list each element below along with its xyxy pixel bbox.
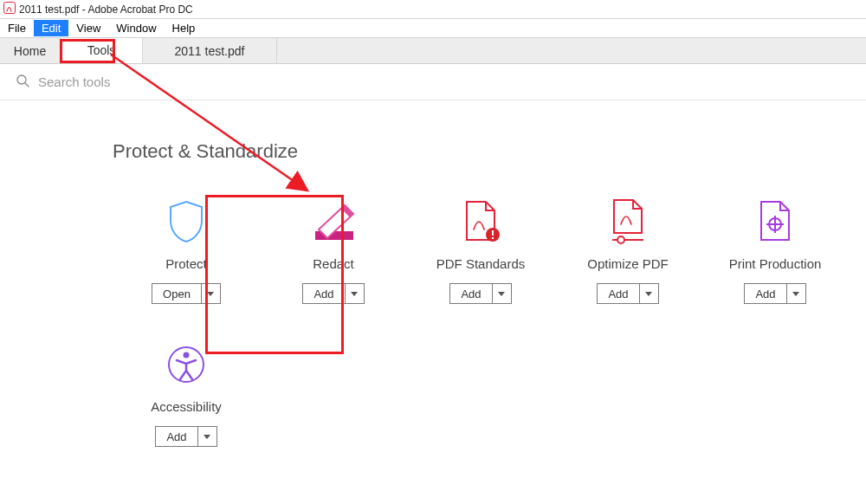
tabs-row: Home Tools 2011 test.pdf: [0, 38, 866, 64]
menu-help[interactable]: Help: [165, 20, 204, 36]
search-row: [0, 64, 866, 100]
svg-point-1: [17, 75, 26, 84]
protect-icon: [167, 196, 205, 248]
accessibility-icon: [166, 339, 206, 391]
menu-view[interactable]: View: [68, 20, 108, 36]
tool-protect-button[interactable]: Open: [152, 283, 202, 304]
tool-pdfstandards: PDF Standards Add: [407, 196, 554, 304]
svg-rect-5: [492, 230, 494, 236]
tool-redact-label: Redact: [313, 256, 354, 271]
tool-redact-button[interactable]: Add: [302, 283, 345, 304]
tool-optimize-dropdown[interactable]: [640, 283, 659, 304]
tab-home[interactable]: Home: [0, 38, 61, 63]
svg-rect-6: [492, 237, 494, 239]
tool-pdfstandards-button[interactable]: Add: [449, 283, 492, 304]
section-title: Protect & Standardize: [113, 140, 866, 163]
tool-pdfstandards-label: PDF Standards: [436, 256, 526, 271]
redact-icon: [310, 196, 357, 248]
tool-accessibility-button[interactable]: Add: [155, 426, 197, 447]
svg-point-13: [184, 352, 190, 359]
svg-line-2: [25, 83, 29, 87]
tool-printprod-label: Print Production: [729, 256, 822, 271]
tab-tools[interactable]: Tools: [61, 38, 143, 63]
chevron-down-icon: [204, 435, 210, 439]
tool-accessibility: Accessibility Add: [113, 339, 260, 447]
tool-redact-dropdown[interactable]: [346, 283, 365, 304]
acrobat-icon: [3, 2, 16, 16]
chevron-down-icon: [645, 292, 652, 296]
optimize-icon: [607, 196, 649, 248]
chevron-down-icon: [498, 292, 505, 296]
search-icon: [16, 74, 29, 91]
tool-protect: Protect Open: [113, 196, 260, 304]
main-content: Protect & Standardize Protect Open: [0, 100, 866, 481]
title-bar: 2011 test.pdf - Adobe Acrobat Pro DC: [0, 0, 866, 19]
menu-edit[interactable]: Edit: [34, 20, 68, 36]
tool-redact: Redact Add: [260, 196, 407, 304]
svg-point-8: [617, 236, 624, 243]
menu-bar: File Edit View Window Help: [0, 19, 866, 38]
chevron-down-icon: [792, 292, 799, 296]
tool-optimize-button[interactable]: Add: [597, 283, 639, 304]
chevron-down-icon: [351, 292, 358, 296]
tool-pdfstandards-dropdown[interactable]: [493, 283, 512, 304]
menu-file[interactable]: File: [0, 20, 34, 36]
tool-accessibility-label: Accessibility: [151, 399, 222, 414]
search-input[interactable]: [38, 74, 298, 89]
window-title: 2011 test.pdf - Adobe Acrobat Pro DC: [19, 3, 193, 16]
pdfstandards-icon: [460, 196, 501, 248]
tab-document[interactable]: 2011 test.pdf: [143, 38, 277, 63]
tool-optimize-label: Optimize PDF: [587, 256, 668, 271]
tool-accessibility-dropdown[interactable]: [198, 426, 217, 447]
tool-printprod-dropdown[interactable]: [787, 283, 806, 304]
tool-printprod-button[interactable]: Add: [744, 283, 786, 304]
tools-grid: Protect Open Redact Add: [113, 196, 866, 481]
tool-optimize: Optimize PDF Add: [554, 196, 701, 304]
menu-window[interactable]: Window: [108, 20, 164, 36]
tool-protect-dropdown[interactable]: [202, 283, 221, 304]
printprod-icon: [756, 196, 794, 248]
tool-printprod: Print Production Add: [701, 196, 849, 304]
chevron-down-icon: [207, 292, 214, 296]
tool-protect-label: Protect: [165, 256, 207, 271]
